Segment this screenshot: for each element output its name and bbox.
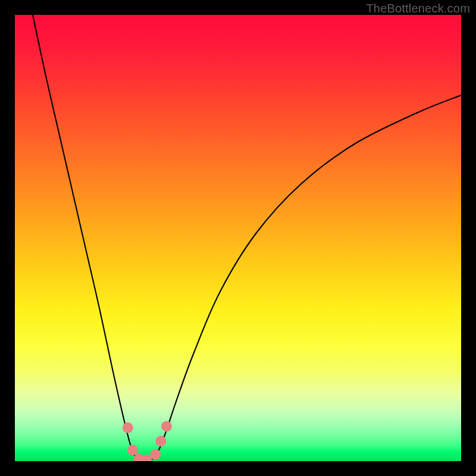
- chart-svg: [15, 15, 461, 461]
- highlight-point: [123, 422, 133, 433]
- bottleneck-curve: [33, 15, 461, 461]
- chart-plot-area: [15, 15, 461, 461]
- highlight-point: [155, 436, 166, 446]
- attribution-text: TheBottleneck.com: [366, 2, 470, 15]
- highlight-point: [127, 444, 138, 455]
- highlight-point: [161, 421, 172, 432]
- highlight-point: [150, 449, 161, 460]
